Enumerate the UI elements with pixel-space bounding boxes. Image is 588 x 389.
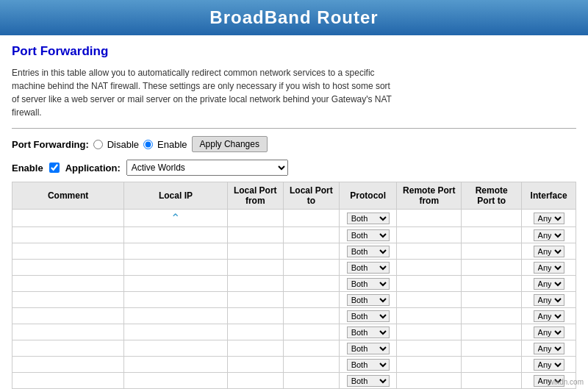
protocol-select[interactable]: BothTCPUDP: [347, 294, 390, 306]
app-enable-checkbox[interactable]: [49, 163, 60, 173]
comment-input[interactable]: [15, 214, 121, 223]
localport-to-input[interactable]: [287, 328, 336, 337]
remoteport-from-input[interactable]: [400, 312, 458, 321]
localport-to-input[interactable]: [287, 296, 336, 304]
localport-to-input[interactable]: [287, 376, 336, 385]
cell-localip: [124, 340, 228, 357]
cell-localip: [124, 324, 228, 340]
interface-select[interactable]: AnyWANLAN: [534, 310, 564, 322]
table-row: BothTCPUDPAnyWANLAN: [12, 292, 576, 308]
localport-to-input[interactable]: [287, 279, 336, 288]
interface-select[interactable]: AnyWANLAN: [534, 213, 564, 224]
protocol-select[interactable]: BothTCPUDP: [347, 326, 390, 338]
remoteport-to-input[interactable]: [465, 279, 518, 288]
cell-comment: [12, 357, 124, 373]
remoteport-to-input[interactable]: [465, 263, 518, 272]
remoteport-from-input[interactable]: [400, 263, 458, 272]
disable-radio[interactable]: [93, 140, 103, 149]
interface-select[interactable]: AnyWANLAN: [534, 294, 564, 306]
protocol-select[interactable]: BothTCPUDP: [347, 343, 390, 354]
protocol-select[interactable]: BothTCPUDP: [347, 213, 390, 224]
remoteport-from-input[interactable]: [400, 214, 458, 223]
localport-to-input[interactable]: [287, 344, 336, 353]
comment-input[interactable]: [15, 296, 121, 304]
localip-input[interactable]: [127, 279, 224, 288]
localip-input[interactable]: [127, 328, 224, 337]
localport-from-input[interactable]: [231, 231, 280, 240]
localport-from-input[interactable]: [231, 247, 280, 256]
interface-select[interactable]: AnyWANLAN: [534, 229, 564, 241]
remoteport-to-input[interactable]: [465, 328, 518, 337]
localport-from-input[interactable]: [231, 344, 280, 353]
localport-from-input[interactable]: [231, 312, 280, 321]
localip-input[interactable]: [127, 263, 224, 272]
cell-localport-to: [283, 340, 339, 357]
remoteport-to-input[interactable]: [465, 231, 518, 240]
remoteport-from-input[interactable]: [400, 328, 458, 337]
localip-input[interactable]: [127, 296, 224, 304]
apply-button[interactable]: Apply Changes: [192, 136, 268, 152]
application-label: Application:: [65, 163, 121, 174]
remoteport-to-input[interactable]: [465, 214, 518, 223]
localport-to-input[interactable]: [287, 312, 336, 321]
localport-from-input[interactable]: [231, 376, 280, 385]
interface-select[interactable]: AnyWANLAN: [534, 278, 564, 290]
enable-radio[interactable]: [143, 140, 153, 149]
cell-localport-from: [227, 308, 283, 324]
localport-from-input[interactable]: [231, 296, 280, 304]
localip-input[interactable]: [127, 344, 224, 353]
protocol-select[interactable]: BothTCPUDP: [347, 310, 390, 322]
protocol-select[interactable]: BothTCPUDP: [347, 375, 390, 387]
remoteport-to-input[interactable]: [465, 376, 518, 385]
protocol-select[interactable]: BothTCPUDP: [347, 229, 390, 241]
localip-input[interactable]: [127, 247, 224, 256]
remoteport-to-input[interactable]: [465, 344, 518, 353]
protocol-select[interactable]: BothTCPUDP: [347, 278, 390, 290]
comment-input[interactable]: [15, 263, 121, 272]
remoteport-from-input[interactable]: [400, 360, 458, 369]
localport-to-input[interactable]: [287, 360, 336, 369]
localport-from-input[interactable]: [231, 279, 280, 288]
remoteport-from-input[interactable]: [400, 247, 458, 256]
localport-to-input[interactable]: [287, 214, 336, 223]
protocol-select[interactable]: BothTCPUDP: [347, 359, 390, 371]
localport-from-input[interactable]: [231, 360, 280, 369]
interface-select[interactable]: AnyWANLAN: [534, 262, 564, 274]
remoteport-from-input[interactable]: [400, 344, 458, 353]
comment-input[interactable]: [15, 328, 121, 337]
comment-input[interactable]: [15, 231, 121, 240]
comment-input[interactable]: [15, 247, 121, 256]
remoteport-to-input[interactable]: [465, 247, 518, 256]
remoteport-from-input[interactable]: [400, 279, 458, 288]
protocol-select[interactable]: BothTCPUDP: [347, 262, 390, 274]
localport-from-input[interactable]: [231, 328, 280, 337]
application-select[interactable]: Active Worlds AIM Talk Custom: [126, 160, 288, 176]
interface-select[interactable]: AnyWANLAN: [534, 359, 564, 371]
localport-to-input[interactable]: [287, 263, 336, 272]
interface-select[interactable]: AnyWANLAN: [534, 246, 564, 257]
localip-input[interactable]: [127, 231, 224, 240]
cell-localport-to: [283, 260, 339, 276]
remoteport-from-input[interactable]: [400, 376, 458, 385]
remoteport-from-input[interactable]: [400, 231, 458, 240]
remoteport-to-input[interactable]: [465, 312, 518, 321]
protocol-select[interactable]: BothTCPUDP: [347, 246, 390, 257]
comment-input[interactable]: [15, 376, 121, 385]
comment-input[interactable]: [15, 360, 121, 369]
localport-to-input[interactable]: [287, 247, 336, 256]
localip-input[interactable]: [127, 312, 224, 321]
localport-from-input[interactable]: [231, 263, 280, 272]
comment-input[interactable]: [15, 312, 121, 321]
remoteport-from-input[interactable]: [400, 296, 458, 304]
comment-input[interactable]: [15, 279, 121, 288]
localip-input[interactable]: [127, 376, 224, 385]
localport-to-input[interactable]: [287, 231, 336, 240]
localport-from-input[interactable]: [231, 214, 280, 223]
remoteport-to-input[interactable]: [465, 360, 518, 369]
remoteport-to-input[interactable]: [465, 296, 518, 304]
comment-input[interactable]: [15, 344, 121, 353]
interface-select[interactable]: AnyWANLAN: [534, 326, 564, 338]
interface-select[interactable]: AnyWANLAN: [534, 343, 564, 354]
localip-input[interactable]: [127, 360, 224, 369]
cell-interface: AnyWANLAN: [522, 340, 576, 357]
